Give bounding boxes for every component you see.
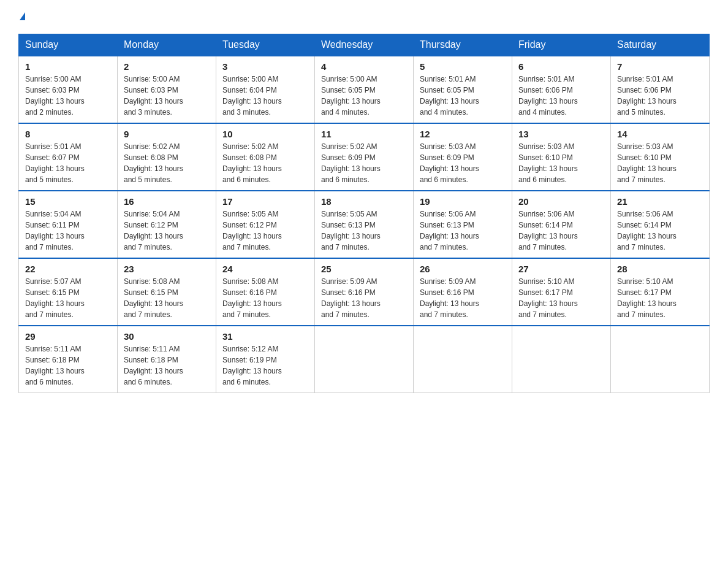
day-number: 22	[25, 264, 111, 274]
day-info: Sunrise: 5:00 AMSunset: 6:03 PMDaylight:…	[25, 74, 111, 118]
calendar-cell: 25Sunrise: 5:09 AMSunset: 6:16 PMDayligh…	[315, 258, 414, 326]
column-header-tuesday: Tuesday	[216, 34, 315, 56]
day-info: Sunrise: 5:03 AMSunset: 6:09 PMDaylight:…	[420, 141, 506, 185]
day-info: Sunrise: 5:10 AMSunset: 6:17 PMDaylight:…	[617, 276, 703, 320]
day-number: 16	[124, 196, 210, 207]
day-info: Sunrise: 5:01 AMSunset: 6:06 PMDaylight:…	[617, 74, 703, 118]
column-header-wednesday: Wednesday	[315, 34, 414, 56]
calendar-cell: 27Sunrise: 5:10 AMSunset: 6:17 PMDayligh…	[512, 258, 611, 326]
day-info: Sunrise: 5:03 AMSunset: 6:10 PMDaylight:…	[617, 141, 703, 185]
day-info: Sunrise: 5:00 AMSunset: 6:05 PMDaylight:…	[321, 74, 407, 118]
day-number: 19	[420, 196, 506, 207]
calendar-header-row: SundayMondayTuesdayWednesdayThursdayFrid…	[19, 34, 710, 56]
day-number: 31	[222, 331, 308, 342]
calendar-cell: 24Sunrise: 5:08 AMSunset: 6:16 PMDayligh…	[216, 258, 315, 326]
day-info: Sunrise: 5:02 AMSunset: 6:09 PMDaylight:…	[321, 141, 407, 185]
calendar-cell: 21Sunrise: 5:06 AMSunset: 6:14 PMDayligh…	[611, 191, 710, 258]
logo-triangle-icon	[20, 12, 25, 20]
day-info: Sunrise: 5:04 AMSunset: 6:11 PMDaylight:…	[25, 209, 111, 253]
day-info: Sunrise: 5:06 AMSunset: 6:13 PMDaylight:…	[420, 209, 506, 253]
day-info: Sunrise: 5:01 AMSunset: 6:07 PMDaylight:…	[25, 141, 111, 185]
day-number: 15	[25, 196, 111, 207]
day-info: Sunrise: 5:12 AMSunset: 6:19 PMDaylight:…	[222, 343, 308, 388]
day-number: 30	[124, 331, 210, 342]
calendar-cell: 6Sunrise: 5:01 AMSunset: 6:06 PMDaylight…	[512, 56, 611, 123]
day-info: Sunrise: 5:01 AMSunset: 6:05 PMDaylight:…	[420, 74, 506, 118]
calendar-cell: 2Sunrise: 5:00 AMSunset: 6:03 PMDaylight…	[118, 56, 216, 123]
calendar-cell: 12Sunrise: 5:03 AMSunset: 6:09 PMDayligh…	[414, 123, 512, 191]
day-info: Sunrise: 5:09 AMSunset: 6:16 PMDaylight:…	[420, 276, 506, 320]
day-number: 20	[518, 196, 604, 207]
column-header-monday: Monday	[118, 34, 216, 56]
day-number: 3	[222, 61, 308, 72]
calendar-cell: 4Sunrise: 5:00 AMSunset: 6:05 PMDaylight…	[315, 56, 414, 123]
day-number: 27	[518, 264, 604, 274]
day-number: 2	[124, 61, 210, 72]
calendar-cell: 11Sunrise: 5:02 AMSunset: 6:09 PMDayligh…	[315, 123, 414, 191]
day-number: 25	[321, 264, 407, 274]
day-number: 8	[25, 129, 111, 139]
calendar-cell	[611, 326, 710, 393]
day-number: 13	[518, 129, 604, 139]
column-header-saturday: Saturday	[611, 34, 710, 56]
calendar-cell: 18Sunrise: 5:05 AMSunset: 6:13 PMDayligh…	[315, 191, 414, 258]
calendar-cell: 1Sunrise: 5:00 AMSunset: 6:03 PMDaylight…	[19, 56, 118, 123]
day-info: Sunrise: 5:00 AMSunset: 6:04 PMDaylight:…	[222, 74, 308, 118]
day-number: 24	[222, 264, 308, 274]
day-info: Sunrise: 5:11 AMSunset: 6:18 PMDaylight:…	[25, 343, 111, 388]
calendar-table: SundayMondayTuesdayWednesdayThursdayFrid…	[18, 34, 710, 393]
day-number: 6	[518, 61, 604, 72]
calendar-cell: 15Sunrise: 5:04 AMSunset: 6:11 PMDayligh…	[19, 191, 118, 258]
calendar-cell: 29Sunrise: 5:11 AMSunset: 6:18 PMDayligh…	[19, 326, 118, 393]
column-header-friday: Friday	[512, 34, 611, 56]
calendar-cell: 9Sunrise: 5:02 AMSunset: 6:08 PMDaylight…	[118, 123, 216, 191]
calendar-cell: 14Sunrise: 5:03 AMSunset: 6:10 PMDayligh…	[611, 123, 710, 191]
day-info: Sunrise: 5:09 AMSunset: 6:16 PMDaylight:…	[321, 276, 407, 320]
day-info: Sunrise: 5:03 AMSunset: 6:10 PMDaylight:…	[518, 141, 604, 185]
calendar-week-row: 29Sunrise: 5:11 AMSunset: 6:18 PMDayligh…	[19, 326, 710, 393]
day-number: 12	[420, 129, 506, 139]
day-number: 28	[617, 264, 703, 274]
calendar-cell: 16Sunrise: 5:04 AMSunset: 6:12 PMDayligh…	[118, 191, 216, 258]
day-info: Sunrise: 5:02 AMSunset: 6:08 PMDaylight:…	[124, 141, 210, 185]
day-number: 29	[25, 331, 111, 342]
calendar-cell	[315, 326, 414, 393]
calendar-week-row: 1Sunrise: 5:00 AMSunset: 6:03 PMDaylight…	[19, 56, 710, 123]
day-number: 17	[222, 196, 308, 207]
day-info: Sunrise: 5:02 AMSunset: 6:08 PMDaylight:…	[222, 141, 308, 185]
calendar-week-row: 8Sunrise: 5:01 AMSunset: 6:07 PMDaylight…	[19, 123, 710, 191]
day-info: Sunrise: 5:00 AMSunset: 6:03 PMDaylight:…	[124, 74, 210, 118]
day-info: Sunrise: 5:06 AMSunset: 6:14 PMDaylight:…	[617, 209, 703, 253]
page-header	[18, 12, 710, 23]
day-info: Sunrise: 5:10 AMSunset: 6:17 PMDaylight:…	[518, 276, 604, 320]
column-header-thursday: Thursday	[414, 34, 512, 56]
day-info: Sunrise: 5:11 AMSunset: 6:18 PMDaylight:…	[124, 343, 210, 388]
day-number: 26	[420, 264, 506, 274]
logo	[18, 12, 25, 23]
calendar-cell: 3Sunrise: 5:00 AMSunset: 6:04 PMDaylight…	[216, 56, 315, 123]
calendar-cell: 13Sunrise: 5:03 AMSunset: 6:10 PMDayligh…	[512, 123, 611, 191]
calendar-cell: 19Sunrise: 5:06 AMSunset: 6:13 PMDayligh…	[414, 191, 512, 258]
calendar-cell	[512, 326, 611, 393]
calendar-cell: 17Sunrise: 5:05 AMSunset: 6:12 PMDayligh…	[216, 191, 315, 258]
calendar-week-row: 15Sunrise: 5:04 AMSunset: 6:11 PMDayligh…	[19, 191, 710, 258]
calendar-cell	[414, 326, 512, 393]
calendar-cell: 20Sunrise: 5:06 AMSunset: 6:14 PMDayligh…	[512, 191, 611, 258]
calendar-cell: 8Sunrise: 5:01 AMSunset: 6:07 PMDaylight…	[19, 123, 118, 191]
day-info: Sunrise: 5:05 AMSunset: 6:13 PMDaylight:…	[321, 209, 407, 253]
day-number: 23	[124, 264, 210, 274]
calendar-cell: 22Sunrise: 5:07 AMSunset: 6:15 PMDayligh…	[19, 258, 118, 326]
calendar-cell: 30Sunrise: 5:11 AMSunset: 6:18 PMDayligh…	[118, 326, 216, 393]
day-number: 10	[222, 129, 308, 139]
day-info: Sunrise: 5:07 AMSunset: 6:15 PMDaylight:…	[25, 276, 111, 320]
calendar-cell: 7Sunrise: 5:01 AMSunset: 6:06 PMDaylight…	[611, 56, 710, 123]
day-info: Sunrise: 5:08 AMSunset: 6:15 PMDaylight:…	[124, 276, 210, 320]
day-number: 18	[321, 196, 407, 207]
day-number: 14	[617, 129, 703, 139]
day-number: 9	[124, 129, 210, 139]
day-number: 5	[420, 61, 506, 72]
calendar-cell: 31Sunrise: 5:12 AMSunset: 6:19 PMDayligh…	[216, 326, 315, 393]
day-number: 7	[617, 61, 703, 72]
calendar-cell: 26Sunrise: 5:09 AMSunset: 6:16 PMDayligh…	[414, 258, 512, 326]
day-info: Sunrise: 5:05 AMSunset: 6:12 PMDaylight:…	[222, 209, 308, 253]
